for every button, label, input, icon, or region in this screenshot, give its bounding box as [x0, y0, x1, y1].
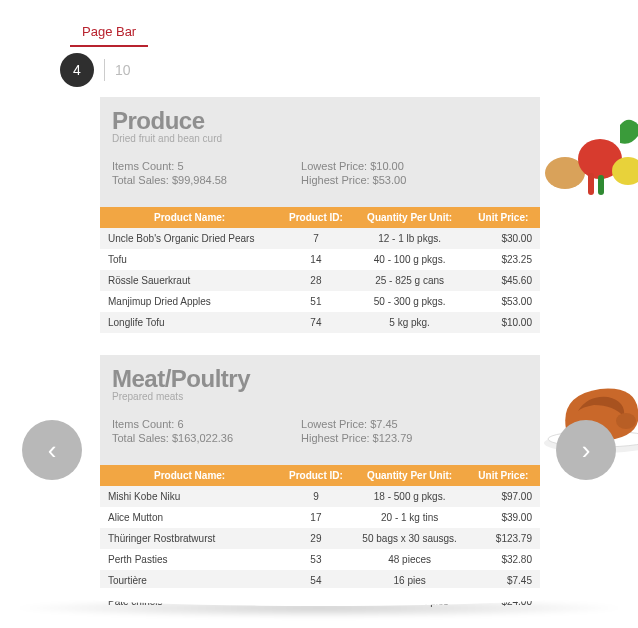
cell-product-name: Manjimup Dried Apples [100, 291, 279, 312]
svg-rect-4 [598, 175, 604, 195]
cell-unit-price: $45.60 [467, 270, 540, 291]
total-sales: Total Sales: $163,022.36 [112, 432, 301, 444]
table-body: Mishi Kobe Niku918 - 500 g pkgs.$97.00Al… [100, 486, 540, 612]
cell-product-id: 74 [279, 312, 352, 333]
page-total: 10 [115, 62, 131, 78]
col-qty: Quantity Per Unit: [353, 207, 467, 228]
table-row: Rössle Sauerkraut2825 - 825 g cans$45.60 [100, 270, 540, 291]
section-header: ProduceDried fruit and bean curdItems Co… [100, 97, 540, 207]
cell-qty-per-unit: 20 - 1 kg tins [353, 507, 467, 528]
col-price: Unit Price: [467, 207, 540, 228]
highest-price: Highest Price: $123.79 [301, 432, 528, 444]
cell-product-name: Pâté chinois [100, 591, 279, 612]
table-row: Mishi Kobe Niku918 - 500 g pkgs.$97.00 [100, 486, 540, 507]
cell-product-id: 55 [279, 591, 352, 612]
col-qty: Quantity Per Unit: [353, 465, 467, 486]
cell-product-name: Perth Pasties [100, 549, 279, 570]
svg-rect-3 [588, 173, 594, 195]
cell-unit-price: $10.00 [467, 312, 540, 333]
tab-page-bar[interactable]: Page Bar [70, 20, 148, 47]
cell-product-name: Mishi Kobe Niku [100, 486, 279, 507]
tab-bar: Page Bar [70, 20, 598, 47]
table-row: Manjimup Dried Apples5150 - 300 g pkgs.$… [100, 291, 540, 312]
col-id: Product ID: [279, 465, 352, 486]
cell-unit-price: $97.00 [467, 486, 540, 507]
cell-unit-price: $30.00 [467, 228, 540, 249]
items-count: Items Count: 6 [112, 418, 301, 430]
section-image-vegetables [530, 103, 638, 203]
section-stats: Items Count: 5Lowest Price: $10.00Total … [112, 160, 528, 186]
cell-product-id: 14 [279, 249, 352, 270]
cell-product-id: 28 [279, 270, 352, 291]
lowest-price: Lowest Price: $7.45 [301, 418, 528, 430]
page-current: 4 [60, 53, 94, 87]
prev-page-button[interactable]: ‹ [22, 420, 82, 480]
cell-unit-price: $24.00 [467, 591, 540, 612]
table-header: Product Name:Product ID:Quantity Per Uni… [100, 465, 540, 486]
cell-unit-price: $39.00 [467, 507, 540, 528]
cell-qty-per-unit: 5 kg pkg. [353, 312, 467, 333]
cell-qty-per-unit: 40 - 100 g pkgs. [353, 249, 467, 270]
table-header: Product Name:Product ID:Quantity Per Uni… [100, 207, 540, 228]
section-subtitle: Prepared meats [112, 391, 528, 402]
cell-qty-per-unit: 16 pies [353, 570, 467, 591]
cell-product-name: Uncle Bob's Organic Dried Pears [100, 228, 279, 249]
cell-qty-per-unit: 50 - 300 g pkgs. [353, 291, 467, 312]
cell-product-id: 54 [279, 570, 352, 591]
table-row: Tourtière5416 pies$7.45 [100, 570, 540, 591]
cell-product-id: 9 [279, 486, 352, 507]
cell-product-name: Longlife Tofu [100, 312, 279, 333]
cell-unit-price: $32.80 [467, 549, 540, 570]
page-container: Page Bar 4 10 ProduceDried fruit and bea… [0, 0, 638, 612]
cell-qty-per-unit: 50 bags x 30 sausgs. [353, 528, 467, 549]
cell-unit-price: $123.79 [467, 528, 540, 549]
cell-product-id: 51 [279, 291, 352, 312]
section-stats: Items Count: 6Lowest Price: $7.45Total S… [112, 418, 528, 444]
table-row: Perth Pasties5348 pieces$32.80 [100, 549, 540, 570]
cell-qty-per-unit: 25 - 825 g cans [353, 270, 467, 291]
cell-product-id: 53 [279, 549, 352, 570]
pager: 4 10 [60, 53, 598, 87]
cell-product-id: 7 [279, 228, 352, 249]
table-row: Thüringer Rostbratwurst2950 bags x 30 sa… [100, 528, 540, 549]
section-title: Meat/Poultry [112, 365, 528, 393]
cell-qty-per-unit: 18 - 500 g pkgs. [353, 486, 467, 507]
col-name: Product Name: [100, 465, 279, 486]
cell-unit-price: $7.45 [467, 570, 540, 591]
total-sales: Total Sales: $99,984.58 [112, 174, 301, 186]
cell-product-id: 17 [279, 507, 352, 528]
items-count: Items Count: 5 [112, 160, 301, 172]
lowest-price: Lowest Price: $10.00 [301, 160, 528, 172]
section-title: Produce [112, 107, 528, 135]
cell-qty-per-unit: 48 pieces [353, 549, 467, 570]
chevron-left-icon: ‹ [48, 435, 57, 466]
chevron-right-icon: › [582, 435, 591, 466]
cell-product-name: Tofu [100, 249, 279, 270]
svg-point-7 [616, 413, 636, 429]
cell-unit-price: $53.00 [467, 291, 540, 312]
table-row: Alice Mutton1720 - 1 kg tins$39.00 [100, 507, 540, 528]
table-row: Tofu1440 - 100 g pkgs.$23.25 [100, 249, 540, 270]
next-page-button[interactable]: › [556, 420, 616, 480]
highest-price: Highest Price: $53.00 [301, 174, 528, 186]
table-row: Longlife Tofu745 kg pkg.$10.00 [100, 312, 540, 333]
cell-product-name: Tourtière [100, 570, 279, 591]
table-row: Pâté chinois5524 boxes x 2 pies$24.00 [100, 591, 540, 612]
cell-product-name: Rössle Sauerkraut [100, 270, 279, 291]
cell-unit-price: $23.25 [467, 249, 540, 270]
col-name: Product Name: [100, 207, 279, 228]
cell-product-id: 29 [279, 528, 352, 549]
cell-qty-per-unit: 12 - 1 lb pkgs. [353, 228, 467, 249]
section-header: Meat/PoultryPrepared meatsItems Count: 6… [100, 355, 540, 465]
col-price: Unit Price: [467, 465, 540, 486]
content-area: ProduceDried fruit and bean curdItems Co… [100, 97, 540, 612]
table-body: Uncle Bob's Organic Dried Pears712 - 1 l… [100, 228, 540, 333]
table-row: Uncle Bob's Organic Dried Pears712 - 1 l… [100, 228, 540, 249]
col-id: Product ID: [279, 207, 352, 228]
cell-product-name: Thüringer Rostbratwurst [100, 528, 279, 549]
cell-qty-per-unit: 24 boxes x 2 pies [353, 591, 467, 612]
pager-divider [104, 59, 105, 81]
section-subtitle: Dried fruit and bean curd [112, 133, 528, 144]
cell-product-name: Alice Mutton [100, 507, 279, 528]
